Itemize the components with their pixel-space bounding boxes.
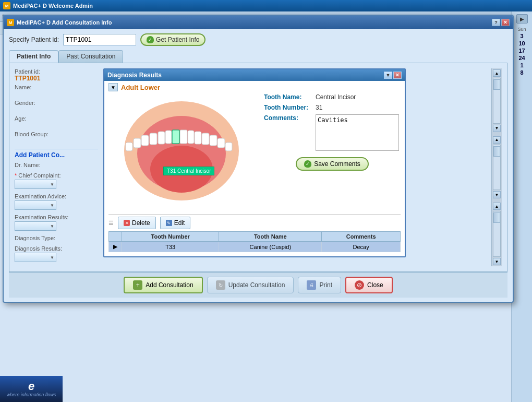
svg-rect-8 [180, 130, 187, 144]
calendar-num-17: 17 [518, 48, 525, 54]
table-col-comments: Comments [322, 232, 401, 242]
table-col-tooth-name: Tooth Name [219, 232, 322, 242]
scroll-up-button[interactable]: ▲ [493, 69, 501, 77]
delete-button[interactable]: ✕ Delete [118, 217, 156, 229]
diagnosis-title-buttons: ▼ ✕ [384, 72, 402, 79]
right-scrollbar: ▲ ▼ ▲ ▼ ▲ ▼ [491, 68, 502, 266]
calendar-num-24: 24 [518, 55, 525, 61]
cell-tooth-name: Canine (Cuspid) [219, 242, 322, 252]
dialog-titlebar: M MediPAC+ D Add Consultation Info ? ✕ [4, 16, 513, 29]
diagnosis-close-button[interactable]: ✕ [393, 72, 402, 79]
diagnosis-results-dropdown[interactable]: ▼ [15, 253, 56, 262]
print-button[interactable]: 🖨 Print [298, 277, 341, 293]
scroll-thumb-2 [493, 146, 500, 157]
add-patient-header: Add Patient Co... [15, 149, 98, 159]
patient-id-field-label: Patient id: [15, 68, 98, 75]
cell-comments: Decay [322, 242, 401, 252]
diagnosis-type-row: Diagnosis Type: [15, 235, 98, 241]
tooth-name-label: Tooth Name: [264, 93, 313, 101]
update-consultation-button[interactable]: ↻ Update Consultation [207, 277, 294, 293]
scroll-track-1 [493, 78, 501, 124]
patient-id-input[interactable] [63, 34, 136, 45]
edit-icon: ✎ [166, 220, 172, 226]
scroll-thumb-3 [493, 212, 500, 223]
svg-rect-5 [158, 132, 165, 144]
close-label: Close [367, 281, 383, 289]
diagnosis-actions: ☰ ✕ Delete ✎ Edit [108, 214, 401, 229]
diagnosis-window: Diagnosis Results ▼ ✕ ▼ Adult Lower [103, 68, 406, 257]
mouth-svg [108, 93, 255, 211]
age-label: Age: [15, 115, 98, 122]
scroll-down-button-2[interactable]: ▼ [493, 191, 501, 198]
diagnosis-titlebar: Diagnosis Results ▼ ✕ [104, 69, 405, 81]
mouth-diagram: T31 Central Incisor [108, 93, 255, 211]
diagnosis-results-label: Diagnosis Results: [15, 245, 98, 252]
globe-letter: e [28, 381, 34, 392]
diagnosis-title: Diagnosis Results [107, 72, 162, 79]
svg-rect-15 [217, 138, 225, 148]
delete-icon: ✕ [124, 220, 130, 226]
chevron-down-icon-2: ▼ [50, 203, 54, 208]
region-nav-button[interactable]: ▼ [108, 83, 118, 91]
scroll-down-button[interactable]: ▼ [493, 125, 501, 132]
scroll-down-button-3[interactable]: ▼ [493, 258, 501, 265]
calendar-up-arrow[interactable]: ▶ [516, 14, 528, 23]
blood-group-value [15, 137, 98, 145]
patient-id-field-value: TTP1001 [15, 75, 98, 82]
comments-textarea[interactable]: Cavities [316, 114, 399, 151]
examination-results-dropdown[interactable]: ▼ [15, 221, 56, 231]
save-comments-label: Save Comments [314, 160, 360, 168]
scroll-up-button-2[interactable]: ▲ [493, 136, 501, 144]
blood-group-label: Blood Group: [15, 131, 98, 137]
examination-advice-dropdown[interactable]: ▼ [15, 200, 56, 210]
print-icon: 🖨 [307, 280, 316, 290]
dialog-body: Specify Patient id: Get Patient Info Pat… [4, 29, 513, 302]
calendar-side: ▶ Sun 3 10 17 24 1 8 [511, 11, 532, 402]
calendar-num-1: 1 [520, 62, 523, 68]
diagnosis-table: Tooth Number Tooth Name Comments ▶ T33 C… [108, 231, 401, 252]
diagnosis-nav-row: ▼ Adult Lower [108, 83, 401, 91]
drag-handle: ☰ [108, 220, 114, 227]
calendar-num-10: 10 [518, 40, 525, 46]
table-row[interactable]: ▶ T33 Canine (Cuspid) Decay [109, 242, 401, 252]
tooth-tooltip: T31 Central Incisor [163, 167, 214, 175]
chevron-down-icon-4: ▼ [50, 255, 54, 260]
diagnosis-area: Diagnosis Results ▼ ✕ ▼ Adult Lower [103, 68, 486, 266]
taskbar-title: MediPAC+ D Welcome Admin [13, 3, 93, 9]
cell-tooth-number: T33 [122, 242, 219, 252]
app-logo: M [3, 2, 10, 9]
patient-id-label: Specify Patient id: [9, 36, 59, 43]
app-branding: e where information flows [0, 376, 63, 402]
svg-rect-16 [225, 143, 232, 151]
save-comments-button[interactable]: Save Comments [296, 157, 369, 171]
edit-button[interactable]: ✎ Edit [160, 217, 191, 229]
tooth-name-row: Tooth Name: Central Incisor [264, 93, 401, 101]
save-shield-icon [304, 160, 311, 168]
scroll-thumb-1 [493, 79, 500, 90]
mouth-area: T31 Central Incisor Tooth Name: Central … [108, 93, 401, 211]
add-patient-section: Add Patient Co... Dr. Name: * Chief Comp… [15, 149, 98, 262]
calendar-num-3: 3 [520, 33, 523, 39]
chief-complaint-dropdown[interactable]: ▼ [15, 180, 56, 189]
dr-name-row: Dr. Name: [15, 162, 98, 168]
examination-advice-label: Examination Advice: [15, 193, 98, 199]
tooth-number-value: 31 [316, 104, 322, 111]
tooth-number-row: Tooth Number: 31 [264, 104, 401, 111]
tab-patient-info[interactable]: Patient Info [9, 50, 58, 63]
dialog-close-title-button[interactable]: ✕ [501, 19, 510, 26]
add-consultation-button[interactable]: + Add Consultation [124, 277, 202, 293]
tab-past-consultation[interactable]: Past Consultation [58, 50, 123, 63]
tab-bar: Patient Info Past Consultation [9, 50, 507, 63]
diagnosis-minimize-button[interactable]: ▼ [384, 72, 392, 79]
scroll-up-button-3[interactable]: ▲ [493, 203, 501, 210]
dialog-title-buttons: ? ✕ [492, 19, 510, 26]
diagnosis-body: ▼ Adult Lower [104, 81, 405, 256]
get-patient-button[interactable]: Get Patient Info [140, 33, 205, 46]
main-dialog: M MediPAC+ D Add Consultation Info ? ✕ S… [3, 15, 514, 303]
svg-rect-11 [202, 133, 209, 145]
dialog-help-button[interactable]: ? [492, 19, 500, 26]
close-button[interactable]: ⊘ Close [345, 277, 393, 293]
print-label: Print [319, 281, 332, 289]
svg-rect-17 [172, 130, 179, 144]
patient-id-row: Specify Patient id: Get Patient Info [9, 33, 507, 46]
